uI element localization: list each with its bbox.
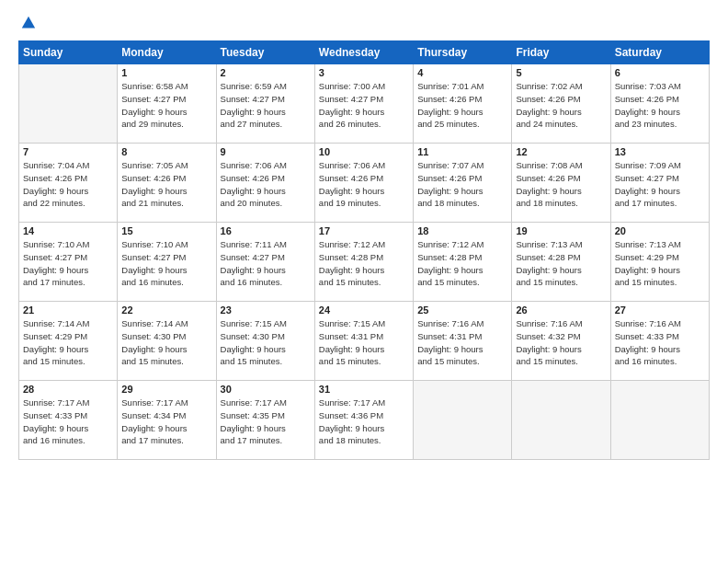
day-number: 10 — [319, 146, 409, 157]
calendar-week-row: 7Sunrise: 7:04 AMSunset: 4:26 PMDaylight… — [19, 144, 710, 223]
calendar-cell: 29Sunrise: 7:17 AMSunset: 4:34 PMDayligh… — [118, 381, 216, 460]
day-number: 20 — [615, 225, 705, 236]
day-info: Sunrise: 7:00 AMSunset: 4:27 PMDaylight:… — [319, 80, 409, 131]
day-info: Sunrise: 7:11 AMSunset: 4:27 PMDaylight:… — [221, 238, 311, 289]
day-number: 13 — [615, 146, 705, 157]
day-info: Sunrise: 7:09 AMSunset: 4:27 PMDaylight:… — [615, 159, 705, 210]
calendar-header-cell: Friday — [512, 41, 610, 64]
day-number: 2 — [221, 67, 311, 78]
day-number: 8 — [121, 146, 211, 157]
day-info: Sunrise: 7:15 AMSunset: 4:31 PMDaylight:… — [319, 317, 409, 368]
day-info: Sunrise: 7:04 AMSunset: 4:26 PMDaylight:… — [23, 159, 113, 210]
calendar-cell — [512, 381, 610, 460]
calendar-header-cell: Sunday — [19, 41, 118, 64]
calendar-cell: 13Sunrise: 7:09 AMSunset: 4:27 PMDayligh… — [610, 144, 709, 223]
calendar-cell: 10Sunrise: 7:06 AMSunset: 4:26 PMDayligh… — [314, 144, 413, 223]
calendar-cell: 30Sunrise: 7:17 AMSunset: 4:35 PMDayligh… — [216, 381, 314, 460]
day-number: 3 — [319, 67, 409, 78]
calendar-cell — [414, 381, 512, 460]
day-info: Sunrise: 7:02 AMSunset: 4:26 PMDaylight:… — [516, 80, 606, 131]
calendar-table: SundayMondayTuesdayWednesdayThursdayFrid… — [18, 40, 710, 460]
calendar-cell: 22Sunrise: 7:14 AMSunset: 4:30 PMDayligh… — [118, 302, 216, 381]
calendar-header-cell: Tuesday — [216, 41, 314, 64]
day-info: Sunrise: 7:14 AMSunset: 4:29 PMDaylight:… — [23, 317, 113, 368]
calendar-cell: 24Sunrise: 7:15 AMSunset: 4:31 PMDayligh… — [314, 302, 413, 381]
day-number: 30 — [221, 384, 311, 395]
day-info: Sunrise: 7:17 AMSunset: 4:34 PMDaylight:… — [121, 396, 211, 447]
day-number: 27 — [615, 304, 705, 316]
calendar-cell: 23Sunrise: 7:15 AMSunset: 4:30 PMDayligh… — [216, 302, 314, 381]
day-number: 19 — [516, 225, 606, 236]
header — [18, 15, 710, 35]
day-number: 22 — [121, 304, 211, 316]
calendar-header-cell: Thursday — [414, 41, 512, 64]
day-number: 29 — [121, 384, 211, 395]
day-number: 25 — [417, 304, 507, 316]
calendar-week-row: 28Sunrise: 7:17 AMSunset: 4:33 PMDayligh… — [19, 381, 710, 460]
day-number: 17 — [319, 225, 409, 236]
day-info: Sunrise: 7:10 AMSunset: 4:27 PMDaylight:… — [121, 238, 211, 289]
day-info: Sunrise: 7:17 AMSunset: 4:33 PMDaylight:… — [23, 396, 113, 447]
day-number: 18 — [417, 225, 507, 236]
page: SundayMondayTuesdayWednesdayThursdayFrid… — [0, 0, 728, 563]
calendar-header-row: SundayMondayTuesdayWednesdayThursdayFrid… — [19, 41, 710, 64]
day-info: Sunrise: 7:03 AMSunset: 4:26 PMDaylight:… — [615, 80, 705, 131]
day-number: 5 — [516, 67, 606, 78]
day-info: Sunrise: 7:14 AMSunset: 4:30 PMDaylight:… — [121, 317, 211, 368]
day-info: Sunrise: 7:13 AMSunset: 4:28 PMDaylight:… — [516, 238, 606, 289]
calendar-cell: 26Sunrise: 7:16 AMSunset: 4:32 PMDayligh… — [512, 302, 610, 381]
day-info: Sunrise: 7:07 AMSunset: 4:26 PMDaylight:… — [417, 159, 507, 210]
calendar-cell — [610, 381, 709, 460]
calendar-header-cell: Wednesday — [314, 41, 413, 64]
calendar-cell: 7Sunrise: 7:04 AMSunset: 4:26 PMDaylight… — [19, 144, 118, 223]
calendar-cell: 31Sunrise: 7:17 AMSunset: 4:36 PMDayligh… — [314, 381, 413, 460]
day-info: Sunrise: 7:16 AMSunset: 4:32 PMDaylight:… — [516, 317, 606, 368]
day-number: 31 — [319, 384, 409, 395]
day-number: 26 — [516, 304, 606, 316]
calendar-cell: 4Sunrise: 7:01 AMSunset: 4:26 PMDaylight… — [414, 64, 512, 144]
calendar-week-row: 1Sunrise: 6:58 AMSunset: 4:27 PMDaylight… — [19, 64, 710, 144]
calendar-cell: 1Sunrise: 6:58 AMSunset: 4:27 PMDaylight… — [118, 64, 216, 144]
calendar-cell: 17Sunrise: 7:12 AMSunset: 4:28 PMDayligh… — [314, 223, 413, 302]
calendar-cell: 20Sunrise: 7:13 AMSunset: 4:29 PMDayligh… — [610, 223, 709, 302]
calendar-cell: 2Sunrise: 6:59 AMSunset: 4:27 PMDaylight… — [216, 64, 314, 144]
day-info: Sunrise: 7:12 AMSunset: 4:28 PMDaylight:… — [319, 238, 409, 289]
day-info: Sunrise: 7:10 AMSunset: 4:27 PMDaylight:… — [23, 238, 113, 289]
logo — [18, 18, 37, 35]
calendar-cell: 3Sunrise: 7:00 AMSunset: 4:27 PMDaylight… — [314, 64, 413, 144]
calendar-cell: 19Sunrise: 7:13 AMSunset: 4:28 PMDayligh… — [512, 223, 610, 302]
day-number: 15 — [121, 225, 211, 236]
calendar-week-row: 21Sunrise: 7:14 AMSunset: 4:29 PMDayligh… — [19, 302, 710, 381]
day-info: Sunrise: 7:08 AMSunset: 4:26 PMDaylight:… — [516, 159, 606, 210]
calendar-cell: 25Sunrise: 7:16 AMSunset: 4:31 PMDayligh… — [414, 302, 512, 381]
svg-marker-0 — [22, 17, 35, 29]
day-number: 4 — [417, 67, 507, 78]
day-info: Sunrise: 6:58 AMSunset: 4:27 PMDaylight:… — [121, 80, 211, 131]
calendar-cell: 5Sunrise: 7:02 AMSunset: 4:26 PMDaylight… — [512, 64, 610, 144]
day-info: Sunrise: 7:16 AMSunset: 4:33 PMDaylight:… — [615, 317, 705, 368]
day-number: 16 — [221, 225, 311, 236]
day-number: 11 — [417, 146, 507, 157]
calendar-cell: 21Sunrise: 7:14 AMSunset: 4:29 PMDayligh… — [19, 302, 118, 381]
calendar-cell: 14Sunrise: 7:10 AMSunset: 4:27 PMDayligh… — [19, 223, 118, 302]
calendar-cell: 16Sunrise: 7:11 AMSunset: 4:27 PMDayligh… — [216, 223, 314, 302]
day-info: Sunrise: 7:12 AMSunset: 4:28 PMDaylight:… — [417, 238, 507, 289]
day-info: Sunrise: 7:06 AMSunset: 4:26 PMDaylight:… — [221, 159, 311, 210]
calendar-header-cell: Saturday — [610, 41, 709, 64]
calendar-cell: 6Sunrise: 7:03 AMSunset: 4:26 PMDaylight… — [610, 64, 709, 144]
day-info: Sunrise: 7:01 AMSunset: 4:26 PMDaylight:… — [417, 80, 507, 131]
calendar-cell: 8Sunrise: 7:05 AMSunset: 4:26 PMDaylight… — [118, 144, 216, 223]
day-info: Sunrise: 7:17 AMSunset: 4:35 PMDaylight:… — [221, 396, 311, 447]
day-number: 24 — [319, 304, 409, 316]
day-number: 1 — [121, 67, 211, 78]
day-number: 9 — [221, 146, 311, 157]
calendar-cell: 27Sunrise: 7:16 AMSunset: 4:33 PMDayligh… — [610, 302, 709, 381]
day-number: 14 — [23, 225, 113, 236]
day-info: Sunrise: 7:05 AMSunset: 4:26 PMDaylight:… — [121, 159, 211, 210]
calendar-cell: 18Sunrise: 7:12 AMSunset: 4:28 PMDayligh… — [414, 223, 512, 302]
calendar-cell: 28Sunrise: 7:17 AMSunset: 4:33 PMDayligh… — [19, 381, 118, 460]
day-info: Sunrise: 7:13 AMSunset: 4:29 PMDaylight:… — [615, 238, 705, 289]
day-info: Sunrise: 6:59 AMSunset: 4:27 PMDaylight:… — [221, 80, 311, 131]
day-number: 28 — [23, 384, 113, 395]
day-number: 23 — [221, 304, 311, 316]
